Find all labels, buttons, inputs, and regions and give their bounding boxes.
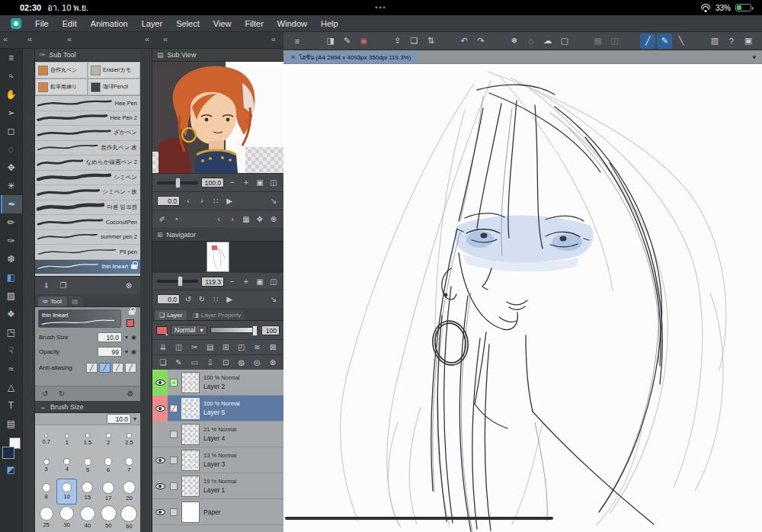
- subtool-brush-item[interactable]: summer pen 2: [35, 230, 140, 245]
- eraser-tool[interactable]: ◳: [1, 323, 22, 341]
- layer-row[interactable]: 21 % Normal Layer 4: [152, 421, 283, 447]
- layer-row[interactable]: 100 % Normal Layer 2: [152, 370, 283, 396]
- dynamics-icon[interactable]: ◉: [131, 348, 136, 355]
- play-button[interactable]: ▶: [224, 293, 235, 306]
- collapse-chevron-icon[interactable]: «: [163, 34, 168, 43]
- tab-layer-property[interactable]: ◨ Layer Property: [188, 310, 245, 320]
- sep[interactable]: [623, 34, 639, 49]
- pencil-tool[interactable]: ✏: [1, 213, 22, 232]
- fit-button[interactable]: ▣: [255, 177, 265, 189]
- brush-size-option[interactable]: 10: [56, 479, 77, 505]
- layer-badge[interactable]: [168, 396, 180, 421]
- wrench-icon[interactable]: ⚙: [125, 388, 136, 400]
- unit-dropdown-icon[interactable]: ▾: [125, 348, 128, 355]
- brush-size-option[interactable]: 17: [98, 479, 119, 505]
- layer-thumbnail[interactable]: [181, 476, 200, 497]
- menu-item[interactable]: View: [213, 19, 232, 28]
- operation-tool[interactable]: ➢: [1, 104, 22, 122]
- reference-icon[interactable]: ▥: [707, 34, 722, 49]
- clip-icon[interactable]: ◰: [236, 341, 247, 354]
- brush-size-option[interactable]: 5: [77, 453, 98, 479]
- subtool-brush-item[interactable]: シミペン: [35, 171, 140, 186]
- blend-down-icon[interactable]: ⇊: [158, 341, 168, 354]
- tab-secondary[interactable]: ▤: [69, 296, 84, 306]
- play-button[interactable]: ▶: [224, 195, 235, 207]
- collapse-chevron-icon[interactable]: «: [145, 34, 149, 43]
- flip-button[interactable]: ◫: [268, 275, 279, 287]
- menu-item[interactable]: Edit: [62, 19, 77, 28]
- reset-view-button[interactable]: ↘: [268, 195, 279, 207]
- brush-size-option[interactable]: 1.5: [77, 427, 98, 453]
- auto-select-tool[interactable]: ✳: [1, 177, 22, 195]
- layer-color-swatch[interactable]: [156, 326, 168, 335]
- figure-tool[interactable]: △: [1, 378, 22, 396]
- layer-name[interactable]: Layer 3: [203, 460, 236, 468]
- color-indicator[interactable]: [126, 319, 134, 327]
- move-tool[interactable]: ✥: [1, 159, 22, 177]
- swap-icon[interactable]: ⇅: [423, 34, 438, 49]
- brush-size-current-value[interactable]: 10.0: [107, 414, 131, 424]
- brush-size-option[interactable]: 15: [77, 479, 98, 505]
- lock-icon[interactable]: [129, 310, 135, 315]
- copy-layer-icon[interactable]: ◫: [174, 341, 184, 354]
- rotation-value[interactable]: 0.0: [157, 196, 180, 206]
- rotation-value[interactable]: 0.0: [157, 294, 180, 304]
- layer-row[interactable]: 100 % Normal Layer 5: [152, 396, 283, 421]
- aa-strong-button[interactable]: ╱: [125, 363, 136, 373]
- collapse-chevron-icon[interactable]: «: [67, 34, 72, 43]
- delete-layer-icon[interactable]: ⊗: [267, 357, 278, 369]
- liquify-tool[interactable]: ≈: [1, 360, 22, 378]
- flip-button[interactable]: ◫: [268, 177, 279, 189]
- lasso-tool[interactable]: ◌: [1, 140, 22, 159]
- duplicate-subtool-icon[interactable]: ❐: [58, 280, 69, 292]
- layer-name[interactable]: Layer 4: [203, 434, 236, 442]
- eyedropper-toggle[interactable]: ✐: [157, 213, 168, 226]
- fullscreen-icon[interactable]: ▣: [741, 34, 756, 49]
- reset-view-button[interactable]: ↘: [268, 293, 279, 306]
- canvas-settings-icon[interactable]: ◨: [323, 34, 338, 49]
- reset-all-icon[interactable]: ↻: [56, 388, 67, 400]
- next-image-button[interactable]: ›: [227, 213, 238, 226]
- open-file-icon[interactable]: ❏: [406, 34, 421, 49]
- snap-curve-icon[interactable]: ✎: [657, 34, 672, 49]
- rotate-right-button[interactable]: ↻: [197, 293, 207, 306]
- deselect-icon[interactable]: ◌: [523, 34, 539, 49]
- help-icon[interactable]: ?: [724, 34, 739, 49]
- menu-item[interactable]: Animation: [91, 19, 128, 28]
- rotate-right-button[interactable]: ›: [197, 195, 207, 207]
- main-color-swatch[interactable]: [2, 447, 14, 459]
- zoom-value[interactable]: 100.0: [201, 178, 224, 187]
- sep[interactable]: [440, 34, 455, 49]
- zoom-value[interactable]: 119.3: [201, 277, 224, 287]
- visibility-toggle[interactable]: [152, 447, 168, 473]
- layer-badge[interactable]: [168, 499, 180, 525]
- prev-image-button[interactable]: ‹: [213, 213, 224, 226]
- menu-item[interactable]: Select: [176, 19, 200, 28]
- grid-button[interactable]: ∷: [210, 293, 221, 306]
- select-layer-icon[interactable]: ◫: [607, 34, 623, 49]
- snap-ruler-icon[interactable]: ╱: [640, 34, 655, 49]
- layer-badge[interactable]: [168, 370, 180, 396]
- rotate-left-button[interactable]: ↺: [183, 293, 194, 306]
- brush-size-value[interactable]: 10.0: [98, 332, 122, 342]
- layer-thumbnail[interactable]: [181, 450, 200, 471]
- strip-menu-icon[interactable]: ≡: [1, 49, 22, 67]
- sep[interactable]: [690, 34, 706, 49]
- brush-size-option[interactable]: 2.5: [119, 427, 139, 453]
- blend-tool[interactable]: ☟: [1, 341, 22, 360]
- fill-icon[interactable]: ☁: [540, 34, 555, 49]
- horizontal-scrollbar[interactable]: [285, 517, 553, 520]
- collapse-chevron-icon[interactable]: «: [3, 34, 8, 43]
- subtool-brush-item[interactable]: Hee Pen: [35, 96, 140, 111]
- tab-layer[interactable]: ❏ Layer: [155, 310, 187, 320]
- zoom-in-button[interactable]: +: [241, 275, 251, 287]
- mask-icon[interactable]: ◍: [236, 357, 247, 369]
- subtool-brush-item[interactable]: Pll pen: [35, 245, 140, 260]
- ruler-icon[interactable]: ≋: [251, 341, 262, 354]
- visibility-toggle[interactable]: [152, 421, 168, 447]
- new-folder-icon[interactable]: ▭: [189, 357, 200, 369]
- subtool-brush-item[interactable]: Hee Pen 2: [35, 111, 140, 127]
- tab-list-chevron-icon[interactable]: ▾: [752, 53, 756, 61]
- brush-size-option[interactable]: 3: [36, 453, 56, 479]
- layer-thumbnail[interactable]: [181, 372, 200, 393]
